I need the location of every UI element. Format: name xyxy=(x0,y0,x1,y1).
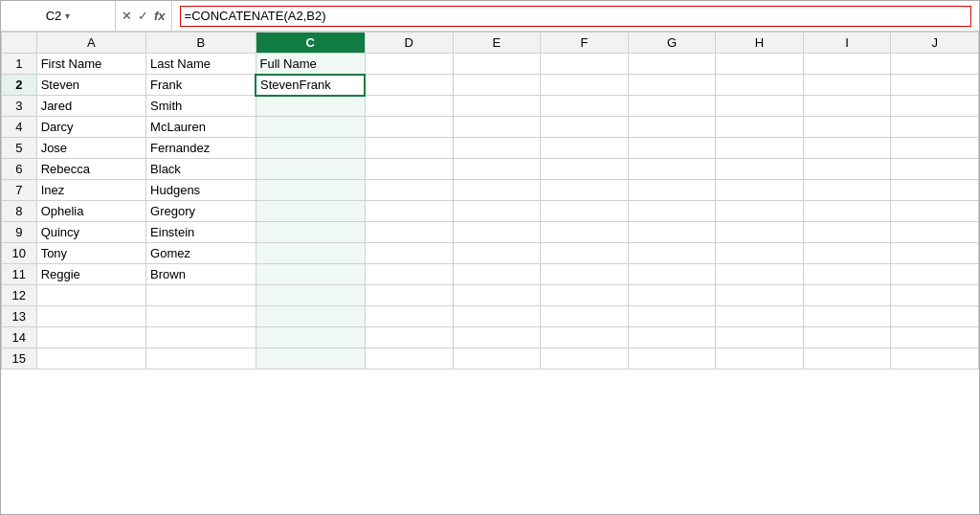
cell-e5[interactable] xyxy=(453,138,541,159)
cell-i14[interactable] xyxy=(803,327,891,348)
cell-g8[interactable] xyxy=(628,201,716,222)
cell-f15[interactable] xyxy=(541,348,629,369)
cell-d3[interactable] xyxy=(365,96,453,117)
cell-g12[interactable] xyxy=(628,285,716,306)
cell-c6[interactable] xyxy=(256,159,365,180)
cell-j15[interactable] xyxy=(891,348,979,369)
cell-h13[interactable] xyxy=(716,306,804,327)
cell-e2[interactable] xyxy=(453,75,541,96)
cell-e11[interactable] xyxy=(453,264,541,285)
cell-i12[interactable] xyxy=(803,285,891,306)
cell-g6[interactable] xyxy=(628,159,716,180)
cell-d9[interactable] xyxy=(365,222,453,243)
cell-b4[interactable]: McLauren xyxy=(146,117,256,138)
cell-f4[interactable] xyxy=(541,117,629,138)
cancel-icon[interactable]: ✕ xyxy=(122,9,132,23)
cell-b8[interactable]: Gregory xyxy=(146,201,256,222)
cell-e12[interactable] xyxy=(453,285,541,306)
cell-a1[interactable]: First Name xyxy=(36,54,145,75)
cell-f1[interactable] xyxy=(541,54,629,75)
cell-a4[interactable]: Darcy xyxy=(36,117,145,138)
col-header-c[interactable]: C xyxy=(256,33,365,54)
row-number-7[interactable]: 7 xyxy=(2,180,37,201)
cell-f7[interactable] xyxy=(541,180,629,201)
cell-a10[interactable]: Tony xyxy=(36,243,145,264)
cell-c8[interactable] xyxy=(256,201,365,222)
cell-j4[interactable] xyxy=(891,117,979,138)
cell-d15[interactable] xyxy=(365,348,453,369)
cell-a13[interactable] xyxy=(36,306,145,327)
cell-b13[interactable] xyxy=(146,306,256,327)
cell-h2[interactable] xyxy=(716,75,804,96)
cell-j5[interactable] xyxy=(891,138,979,159)
cell-i2[interactable] xyxy=(803,75,891,96)
cell-g2[interactable] xyxy=(628,75,716,96)
cell-h7[interactable] xyxy=(716,180,804,201)
cell-e7[interactable] xyxy=(453,180,541,201)
cell-i7[interactable] xyxy=(803,180,891,201)
cell-c7[interactable] xyxy=(256,180,365,201)
cell-e3[interactable] xyxy=(453,96,541,117)
cell-c5[interactable] xyxy=(256,138,365,159)
cell-g13[interactable] xyxy=(628,306,716,327)
cell-j14[interactable] xyxy=(891,327,979,348)
cell-a14[interactable] xyxy=(36,327,145,348)
cell-i11[interactable] xyxy=(803,264,891,285)
cell-g1[interactable] xyxy=(628,54,716,75)
cell-g4[interactable] xyxy=(628,117,716,138)
cell-h8[interactable] xyxy=(716,201,804,222)
row-number-4[interactable]: 4 xyxy=(2,117,37,138)
cell-j2[interactable] xyxy=(891,75,979,96)
cell-i9[interactable] xyxy=(803,222,891,243)
cell-b9[interactable]: Einstein xyxy=(146,222,256,243)
cell-f9[interactable] xyxy=(541,222,629,243)
col-header-j[interactable]: J xyxy=(891,33,979,54)
cell-b12[interactable] xyxy=(146,285,256,306)
cell-g11[interactable] xyxy=(628,264,716,285)
cell-c15[interactable] xyxy=(256,348,365,369)
cell-g7[interactable] xyxy=(628,180,716,201)
cell-c12[interactable] xyxy=(256,285,365,306)
cell-f13[interactable] xyxy=(541,306,629,327)
cell-i15[interactable] xyxy=(803,348,891,369)
cell-h4[interactable] xyxy=(716,117,804,138)
col-header-i[interactable]: I xyxy=(803,33,891,54)
col-header-b[interactable]: B xyxy=(146,33,256,54)
cell-j7[interactable] xyxy=(891,180,979,201)
cell-i13[interactable] xyxy=(803,306,891,327)
cell-f12[interactable] xyxy=(541,285,629,306)
cell-j13[interactable] xyxy=(891,306,979,327)
cell-h6[interactable] xyxy=(716,159,804,180)
cell-c4[interactable] xyxy=(256,117,365,138)
row-number-11[interactable]: 11 xyxy=(2,264,37,285)
cell-c2[interactable]: StevenFrank xyxy=(256,75,365,96)
cell-i1[interactable] xyxy=(803,54,891,75)
cell-c14[interactable] xyxy=(256,327,365,348)
cell-h14[interactable] xyxy=(716,327,804,348)
row-number-12[interactable]: 12 xyxy=(2,285,37,306)
cell-b6[interactable]: Black xyxy=(146,159,256,180)
cell-c10[interactable] xyxy=(256,243,365,264)
cell-a3[interactable]: Jared xyxy=(36,96,145,117)
row-number-10[interactable]: 10 xyxy=(2,243,37,264)
cell-e1[interactable] xyxy=(453,54,541,75)
row-number-2[interactable]: 2 xyxy=(2,75,37,96)
cell-e6[interactable] xyxy=(453,159,541,180)
col-header-h[interactable]: H xyxy=(716,33,804,54)
cell-g15[interactable] xyxy=(628,348,716,369)
row-number-13[interactable]: 13 xyxy=(2,306,37,327)
cell-g10[interactable] xyxy=(628,243,716,264)
cell-f8[interactable] xyxy=(541,201,629,222)
row-number-9[interactable]: 9 xyxy=(2,222,37,243)
row-number-6[interactable]: 6 xyxy=(2,159,37,180)
cell-j11[interactable] xyxy=(891,264,979,285)
cell-d14[interactable] xyxy=(365,327,453,348)
row-number-8[interactable]: 8 xyxy=(2,201,37,222)
cell-f3[interactable] xyxy=(541,96,629,117)
col-header-a[interactable]: A xyxy=(36,33,145,54)
cell-f6[interactable] xyxy=(541,159,629,180)
col-header-f[interactable]: F xyxy=(541,33,629,54)
formula-input[interactable] xyxy=(180,6,971,27)
cell-e9[interactable] xyxy=(453,222,541,243)
cell-e15[interactable] xyxy=(453,348,541,369)
